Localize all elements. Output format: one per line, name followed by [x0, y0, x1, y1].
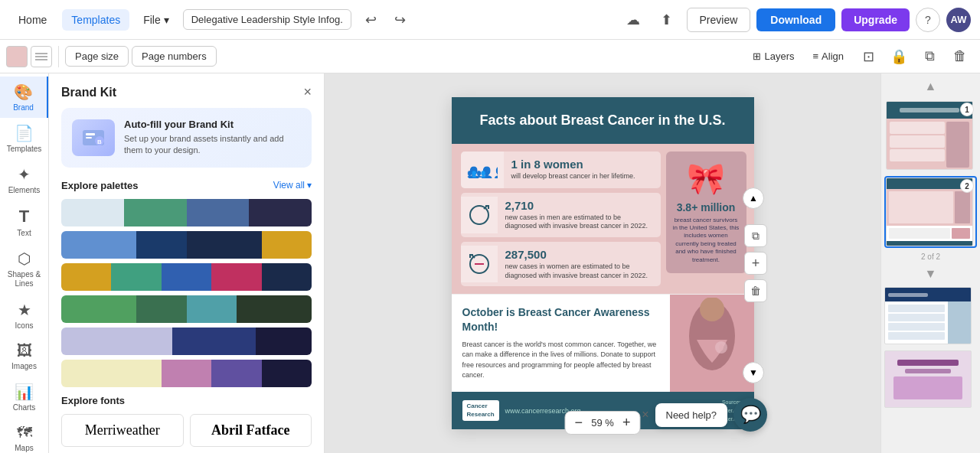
sidebar-label-charts: Charts: [13, 403, 35, 412]
sidebar-item-elements[interactable]: ✦ Elements: [0, 159, 48, 200]
lock-icon[interactable]: 🔒: [885, 43, 913, 70]
sidebar-label-brand: Brand: [13, 103, 34, 112]
chevron-down-icon: ▾: [164, 14, 169, 26]
info-stats-left: 👤👤👤 👥👥 1 in 8 women will develop breast …: [461, 152, 661, 287]
crop-icon[interactable]: ⊡: [854, 43, 882, 70]
stat-row-2: 2,710 new cases in men are estimated to …: [461, 193, 661, 237]
promo-icon: B: [72, 119, 115, 156]
canvas-area: Facts about Breast Cancer in the U.S. 👤👤…: [325, 73, 880, 453]
copy-icon[interactable]: ⧉: [916, 43, 943, 70]
fonts-row: Merriweather Abril Fatface: [61, 414, 312, 447]
page-size-button[interactable]: Page size: [65, 46, 129, 67]
help-button[interactable]: ?: [916, 8, 940, 32]
stat-row-3: 287,500 new cases in women are estimated…: [461, 242, 661, 286]
extra-thumb-1[interactable]: [884, 287, 977, 344]
download-button[interactable]: Download: [756, 8, 835, 31]
brand-panel: Brand Kit × B Auto-fill your Brand Kit: [49, 73, 325, 453]
divider-1: [58, 46, 59, 67]
align-button[interactable]: ≡ Align: [805, 47, 851, 66]
sidebar-item-brand[interactable]: 🎨 Brand: [0, 77, 48, 118]
title-input[interactable]: [183, 9, 351, 30]
zoom-minus-button[interactable]: −: [574, 415, 583, 431]
page-nav-up[interactable]: ▲: [743, 187, 764, 209]
page-1-number: 1: [960, 103, 974, 116]
page-panel: ▲ 1: [880, 73, 980, 453]
page-scroll-down[interactable]: ▼: [884, 267, 977, 281]
sidebar-item-images[interactable]: 🖼 Images: [0, 336, 48, 376]
palette-row-3[interactable]: [61, 263, 312, 291]
palettes-title: Explore palettes: [61, 180, 138, 191]
sidebar-item-shapes[interactable]: ⬡ Shapes &Lines: [0, 243, 48, 295]
sidebar-item-text[interactable]: T Text: [0, 200, 48, 243]
info-header: Facts about Breast Cancer in the U.S.: [452, 97, 754, 144]
sidebar-item-icons[interactable]: ★ Icons: [0, 295, 48, 336]
sidebar-label-elements: Elements: [8, 186, 41, 194]
panel-close-button[interactable]: ×: [303, 84, 312, 100]
preview-button[interactable]: Preview: [687, 8, 751, 32]
topbar: Home Templates File ▾ ↩ ↪ ☁ ⬆ Preview Do…: [0, 0, 980, 40]
stat-row-1: 👤👤👤 👥👥 1 in 8 women will develop breast …: [461, 152, 661, 188]
elements-icon: ✦: [18, 165, 31, 184]
templates-icon: 📄: [15, 124, 34, 142]
need-help-close-button[interactable]: ×: [642, 408, 648, 422]
page-2-number: 2: [960, 179, 974, 193]
svg-rect-5: [86, 137, 92, 139]
templates-button[interactable]: Templates: [62, 9, 129, 31]
brand-promo-box[interactable]: B Auto-fill your Brand Kit Set up your b…: [61, 108, 312, 168]
ribbon-symbol: 🎀: [672, 161, 740, 197]
chat-button[interactable]: 💬: [733, 398, 767, 432]
info-awareness: October is Breast Cancer Awareness Month…: [452, 294, 754, 391]
svg-rect-4: [86, 133, 95, 135]
sidebar-item-maps[interactable]: 🗺 Maps: [0, 418, 48, 453]
left-sidebar: 🎨 Brand 📄 Templates ✦ Elements T Text ⬡ …: [0, 73, 49, 453]
promo-text: Auto-fill your Brand Kit Set up your bra…: [124, 119, 301, 157]
need-help-widget: × Need help? 💬: [642, 398, 767, 432]
sidebar-label-maps: Maps: [15, 444, 33, 452]
redo-button[interactable]: ↪: [387, 6, 414, 34]
layers-icon: ⊞: [753, 51, 761, 62]
sidebar-item-templates[interactable]: 📄 Templates: [0, 118, 48, 159]
fonts-title: Explore fonts: [61, 395, 125, 406]
undo-redo-group: ↩ ↪: [358, 6, 414, 34]
icons-icon: ★: [18, 301, 31, 319]
info-header-text: Facts about Breast Cancer in the U.S.: [464, 112, 742, 129]
delete-icon[interactable]: 🗑: [946, 43, 974, 70]
info-awareness-text: October is Breast Cancer Awareness Month…: [452, 295, 670, 391]
page-nav-down[interactable]: ▼: [743, 362, 764, 383]
pattern-button[interactable]: [31, 46, 52, 67]
palette-row-5[interactable]: [61, 328, 312, 355]
extra-thumb-2[interactable]: [884, 350, 977, 408]
undo-button[interactable]: ↩: [358, 6, 385, 34]
text-icon: T: [19, 207, 29, 226]
upgrade-button[interactable]: Upgrade: [841, 8, 910, 31]
sidebar-item-charts[interactable]: 📊 Charts: [0, 376, 48, 418]
maps-icon: 🗺: [17, 424, 32, 442]
file-button[interactable]: File ▾: [136, 9, 177, 31]
view-all-button[interactable]: View all ▾: [273, 180, 312, 191]
images-icon: 🖼: [17, 342, 32, 360]
svg-point-10: [470, 206, 488, 224]
background-color-swatch[interactable]: [6, 46, 28, 67]
page-numbers-button[interactable]: Page numbers: [132, 46, 217, 67]
font-sample-abril[interactable]: Abril Fatface: [190, 414, 312, 447]
page-scroll-up[interactable]: ▲: [884, 80, 977, 93]
infographic: Facts about Breast Cancer in the U.S. 👤👤…: [452, 97, 754, 430]
sidebar-label-text: Text: [17, 229, 31, 237]
brand-icon: 🎨: [14, 83, 33, 101]
panel-header: Brand Kit ×: [49, 73, 324, 108]
avatar[interactable]: AW: [946, 8, 971, 32]
info-awareness-image: [670, 295, 754, 391]
share-icon[interactable]: ⬆: [653, 6, 681, 34]
palette-row-1[interactable]: [61, 199, 312, 226]
home-button[interactable]: Home: [9, 9, 56, 31]
layers-button[interactable]: ⊞ Layers: [745, 47, 802, 66]
stat-2-content: 2,710 new cases in men are estimated to …: [498, 193, 661, 237]
palette-row-4[interactable]: [61, 295, 312, 323]
palette-row-2[interactable]: [61, 231, 312, 259]
zoom-plus-button[interactable]: +: [622, 415, 631, 431]
sync-icon[interactable]: ☁: [619, 6, 647, 34]
stat-2-icon: [461, 197, 498, 233]
subtoolbar: Page size Page numbers ⊞ Layers ≡ Align …: [0, 40, 980, 73]
palette-row-6[interactable]: [61, 360, 312, 387]
font-sample-merriweather[interactable]: Merriweather: [61, 414, 184, 447]
